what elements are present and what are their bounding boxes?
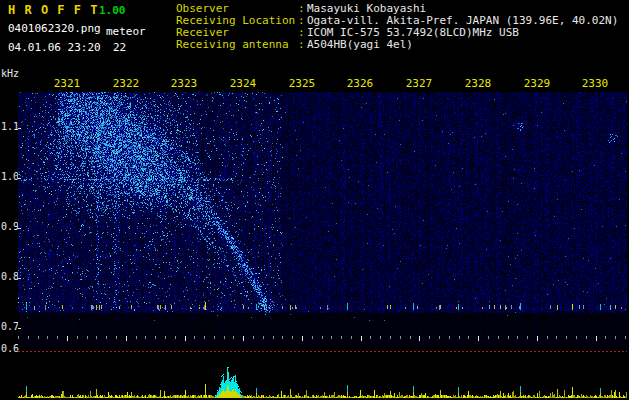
freq-tick-1-1: 1.1	[1, 122, 19, 132]
freq-tick-1-0: 1.0	[1, 172, 19, 182]
time-tick-2321: 2321	[52, 78, 82, 89]
output-filename: 0401062320.png	[8, 22, 101, 35]
time-tick-2324: 2324	[228, 78, 258, 89]
info-colon: :	[298, 39, 307, 51]
time-tick-2326: 2326	[345, 78, 375, 89]
observation-datetime: 04.01.06 23:20	[8, 41, 101, 54]
time-tick-2322: 2322	[111, 78, 141, 89]
info-value: A504HB(yagi 4el)	[307, 39, 413, 51]
time-tick-2325: 2325	[287, 78, 317, 89]
freq-tick-0-6: 0.6	[1, 344, 19, 354]
observation-mode: meteor	[106, 25, 146, 38]
app-title: H R O F F T	[8, 3, 98, 17]
freq-tick-0-8: 0.8	[1, 272, 19, 282]
hourly-echo-count: 22	[113, 41, 126, 54]
time-tick-2323: 2323	[169, 78, 199, 89]
spectrogram-canvas	[18, 92, 627, 348]
time-tick-2329: 2329	[522, 78, 552, 89]
frequency-axis-unit: kHz	[1, 69, 19, 79]
time-tick-2330: 2330	[580, 78, 610, 89]
hrofft-output: H R O F F T 1.00 0401062320.png meteor 0…	[0, 0, 629, 400]
station-info: Observer : Masayuki Kobayashi Receiving …	[176, 3, 618, 51]
info-label: Receiving antenna	[176, 39, 298, 51]
title-block: H R O F F T 1.00 0401062320.png meteor 0…	[8, 3, 174, 65]
info-row-antenna: Receiving antenna : A504HB(yagi 4el)	[176, 39, 618, 51]
freq-tick-0-9: 0.9	[1, 222, 19, 232]
time-tick-2327: 2327	[404, 78, 434, 89]
signal-strip-canvas	[18, 350, 627, 398]
freq-tick-0-7: 0.7	[1, 322, 19, 332]
time-tick-2328: 2328	[463, 78, 493, 89]
app-version: 1.00	[99, 4, 126, 17]
